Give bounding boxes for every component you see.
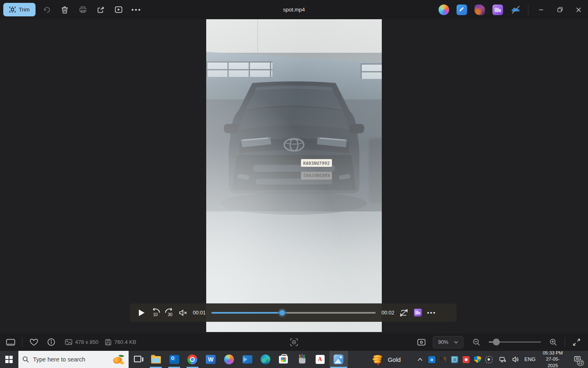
- taskbar-clock[interactable]: 05:33 PM 27-05-2025: [539, 350, 566, 368]
- tray-display-icon[interactable]: [450, 351, 459, 368]
- garage-wall: [206, 19, 382, 53]
- filesize-icon: [105, 339, 111, 346]
- seek-bar[interactable]: [212, 312, 376, 314]
- close-button[interactable]: [569, 0, 588, 19]
- chevron-down-icon: [454, 341, 458, 343]
- gold-coins-icon: [372, 355, 383, 364]
- seek-fill: [212, 312, 282, 314]
- tray-outlook-icon[interactable]: o: [427, 351, 437, 368]
- onedrive-paused-icon[interactable]: [510, 4, 521, 15]
- designer-icon[interactable]: [474, 4, 485, 15]
- zoom-in-button[interactable]: [546, 335, 561, 350]
- play-button[interactable]: [135, 306, 149, 320]
- statusbar-divider: [22, 337, 22, 347]
- trim-label: Trim: [19, 7, 30, 13]
- rotate-button[interactable]: [40, 3, 53, 16]
- trim-button[interactable]: Trim: [3, 3, 36, 16]
- filmstrip-toggle-button[interactable]: [3, 335, 18, 350]
- floor-stain: [236, 240, 243, 243]
- zoom-out-button[interactable]: [469, 335, 484, 350]
- tray-snip-icon[interactable]: [484, 351, 494, 368]
- copilot-taskbar-icon: [224, 355, 234, 364]
- copilot-icon[interactable]: [439, 4, 449, 15]
- taskbar-app-copilot[interactable]: [220, 351, 238, 368]
- toolbar-left: Trim: [0, 3, 143, 16]
- taskbar: W Gold o ✓: [0, 351, 588, 368]
- taskbar-search[interactable]: [18, 351, 129, 368]
- player-controls: 10 30 00:01 00:02: [130, 303, 457, 322]
- favorite-button[interactable]: [27, 335, 41, 350]
- microsoft-store-icon: [279, 356, 288, 364]
- trim-icon: [9, 7, 16, 13]
- taskbar-app-edge[interactable]: [256, 351, 275, 368]
- taskbar-app-chrome[interactable]: [183, 351, 202, 368]
- zoom-level-dropdown[interactable]: 90%: [433, 336, 463, 348]
- notification-center-button[interactable]: 22: [570, 351, 585, 368]
- language-indicator[interactable]: ENG: [524, 357, 535, 362]
- info-button[interactable]: [44, 335, 58, 350]
- edit-in-clipchamp-button[interactable]: [411, 306, 425, 320]
- restore-button[interactable]: [550, 0, 569, 19]
- toolbar-right: [435, 0, 588, 19]
- taskbar-app-art-tools[interactable]: [293, 351, 311, 368]
- share-button[interactable]: [94, 3, 107, 16]
- video-frame[interactable]: KA03NU7992 KA03NU7992: [206, 19, 382, 332]
- notification-count-badge: 22: [577, 360, 584, 366]
- viewer-canvas: KA03NU7992 KA03NU7992 10 30: [0, 19, 588, 333]
- fit-to-window-button[interactable]: [414, 335, 429, 350]
- repeat-off-button[interactable]: [397, 306, 411, 320]
- tray-recording-icon[interactable]: [461, 351, 471, 368]
- hidden-icons-chevron[interactable]: [415, 351, 425, 368]
- outlook-new-icon: [243, 355, 252, 364]
- minimize-button[interactable]: [532, 0, 550, 19]
- mute-button[interactable]: [176, 306, 190, 320]
- license-plate-reflection: KA03NU7992: [301, 172, 332, 180]
- filesize-value: 760.4 KB: [114, 339, 136, 345]
- photos-app-window: Trim: [0, 0, 588, 368]
- volume-icon[interactable]: [512, 351, 521, 368]
- taskbar-app-photos[interactable]: [330, 351, 348, 368]
- system-tray: o ✓: [414, 351, 495, 368]
- delete-button[interactable]: [58, 3, 71, 16]
- search-input[interactable]: [33, 356, 107, 363]
- clipchamp-icon[interactable]: [492, 4, 503, 15]
- more-options-button[interactable]: •••: [130, 3, 143, 16]
- taskbar-app-store[interactable]: [275, 351, 293, 368]
- skip-forward-30-button[interactable]: 30: [163, 306, 176, 320]
- garage-window-left: [206, 61, 272, 77]
- clock-time: 05:33 PM: [542, 350, 564, 357]
- print-button[interactable]: [76, 3, 89, 16]
- news-widget[interactable]: Gold: [367, 351, 407, 368]
- word-icon: W: [206, 355, 216, 364]
- player-more-button[interactable]: •••: [425, 306, 439, 320]
- slideshow-button[interactable]: [112, 3, 125, 16]
- start-button[interactable]: [0, 351, 18, 368]
- current-time: 00:01: [190, 310, 208, 316]
- tray-vpn-icon[interactable]: [438, 351, 448, 368]
- car-suv: [220, 81, 368, 220]
- taskbar-app-outlook-classic[interactable]: [165, 351, 183, 368]
- zoom-slider[interactable]: [489, 341, 541, 343]
- fullscreen-button[interactable]: [569, 335, 584, 350]
- taskbar-app-outlook-new[interactable]: [238, 351, 256, 368]
- zoom-slider-handle[interactable]: [493, 339, 500, 346]
- dimensions-value: 478 x 850: [75, 339, 98, 345]
- titlebar: Trim: [0, 0, 588, 19]
- statusbar: 478 x 850 760.4 KB 90%: [0, 333, 588, 351]
- taskbar-app-file-explorer[interactable]: [147, 351, 165, 368]
- titlebar-divider: [528, 4, 528, 15]
- skip-back-10-button[interactable]: 10: [149, 306, 163, 320]
- edit-image-icon[interactable]: [457, 4, 467, 15]
- chrome-icon: [187, 355, 197, 364]
- taskbar-app-acrobat[interactable]: [311, 351, 330, 368]
- skip-forward-label: 30: [168, 312, 173, 317]
- art-tools-icon: [299, 358, 305, 364]
- search-highlight-mango-icon[interactable]: [112, 355, 125, 364]
- task-view-button[interactable]: [129, 351, 147, 368]
- tray-security-icon[interactable]: ✓: [472, 351, 482, 368]
- visual-search-button[interactable]: [287, 335, 301, 350]
- dimensions-icon: [65, 339, 72, 345]
- network-icon[interactable]: [499, 351, 508, 368]
- taskbar-app-word[interactable]: W: [202, 351, 220, 368]
- seek-thumb[interactable]: [279, 310, 285, 316]
